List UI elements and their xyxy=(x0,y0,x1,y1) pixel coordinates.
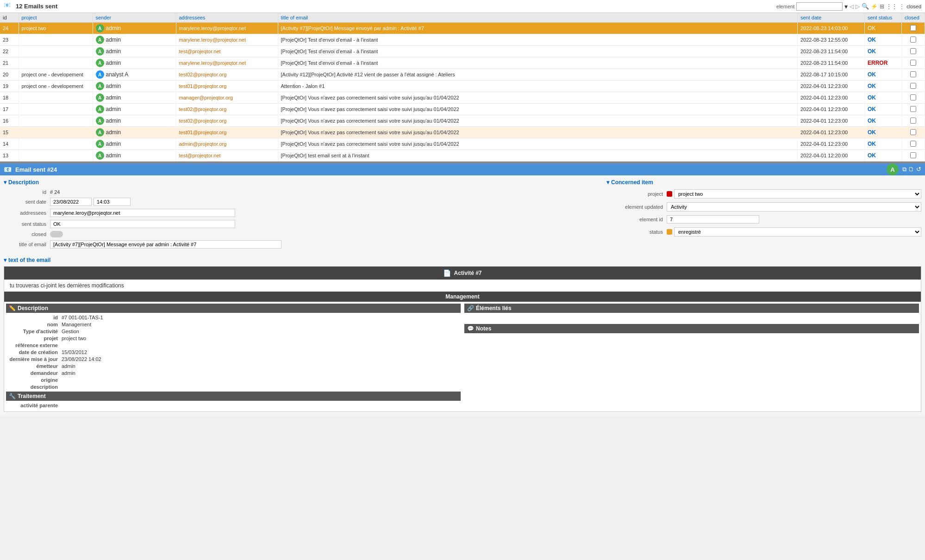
closed-checkbox[interactable] xyxy=(910,83,916,89)
element-label: element xyxy=(776,4,794,9)
description-section-title: Description xyxy=(4,179,601,186)
cell-sent-status: OK xyxy=(865,127,902,138)
settings-icon[interactable]: ⋮⋮ xyxy=(886,3,897,10)
detail-ref-row: référence externe xyxy=(6,342,461,348)
addressees-input[interactable] xyxy=(50,209,235,217)
cell-sent-date: 2022-04-01 12:23:00 xyxy=(798,81,865,92)
detail-id-row: id #7 001-001-TAS-1 xyxy=(6,315,461,320)
title-input[interactable] xyxy=(50,240,281,249)
detail-last-update-value: 23/08/2022 14:02 xyxy=(62,356,101,362)
new-icon[interactable]: 🗋 xyxy=(908,166,914,173)
col-sent-date[interactable]: sent date xyxy=(798,13,865,23)
cell-sender: A analyst A xyxy=(93,69,176,81)
table-row[interactable]: 24 project two A admin marylene.leroy@pr… xyxy=(0,23,925,34)
detail-activite-parente-row: activité parente xyxy=(6,403,461,408)
cell-id: 17 xyxy=(0,104,19,115)
sent-status-input[interactable] xyxy=(50,220,235,228)
project-select[interactable]: project two xyxy=(674,189,921,199)
closed-checkbox[interactable] xyxy=(910,48,916,54)
filter2-icon[interactable]: ⚡ xyxy=(871,3,878,10)
table-row[interactable]: 20 project one - developement A analyst … xyxy=(0,69,925,81)
copy-icon[interactable]: ⧉ xyxy=(902,166,906,173)
detail-type-label: Type d'activité xyxy=(6,329,62,334)
more-icon[interactable]: ⋮ xyxy=(899,3,905,10)
prev-icon[interactable]: ◁ xyxy=(850,3,854,10)
closed-checkbox[interactable] xyxy=(910,94,916,100)
col-addressees[interactable]: addressees xyxy=(176,13,278,23)
detail-demandeur-row: demandeur admin xyxy=(6,370,461,376)
closed-toggle[interactable] xyxy=(50,231,63,237)
col-id[interactable]: id xyxy=(0,13,19,23)
cell-id: 24 xyxy=(0,23,19,34)
cell-sent-date: 2022-04-01 12:23:00 xyxy=(798,92,865,104)
closed-checkbox[interactable] xyxy=(910,71,916,77)
email-table-area: id project sender addressees title of em… xyxy=(0,13,925,162)
closed-checkbox[interactable] xyxy=(910,25,916,31)
detail-type-value: Gestion xyxy=(62,329,79,334)
cell-closed xyxy=(902,69,925,81)
sent-status-label: sent status xyxy=(4,221,50,227)
refresh-icon[interactable]: ↺ xyxy=(916,166,921,173)
closed-checkbox[interactable] xyxy=(910,37,916,43)
element-input[interactable] xyxy=(796,2,843,11)
detail-description-label: description xyxy=(6,384,62,390)
col-title[interactable]: title of email xyxy=(278,13,798,23)
table-row[interactable]: 15 A admin test01@projeqtor.org [ProjeQt… xyxy=(0,127,925,138)
next-icon[interactable]: ▷ xyxy=(856,3,860,10)
element-updated-select[interactable]: Activity xyxy=(667,202,921,212)
cell-id: 21 xyxy=(0,57,19,69)
closed-checkbox[interactable] xyxy=(910,141,916,147)
cell-addressees: test01@projeqtor.org xyxy=(176,81,278,92)
cell-sender: A admin xyxy=(93,34,176,46)
table-row[interactable]: 23 A admin marylene.leroy@projeqtor.net … xyxy=(0,34,925,46)
panel-title: Email sent #24 xyxy=(15,166,451,173)
filter-icon[interactable]: 🔍 xyxy=(862,3,869,10)
cell-title: [ProjeQtOr] Test d'envoi d'email - à l'i… xyxy=(278,57,798,69)
col-sent-status[interactable]: sent status xyxy=(865,13,902,23)
table-row[interactable]: 13 A admin test@projeqtor.net [ProjeQtOr… xyxy=(0,150,925,162)
cell-sent-date: 2022-08-17 10:15:00 xyxy=(798,69,865,81)
cell-sender: A admin xyxy=(93,138,176,150)
columns-icon[interactable]: ⊞ xyxy=(880,3,884,10)
cell-title: [ProjeQtOr] Vous n'avez pas correctement… xyxy=(278,92,798,104)
traitement-icon: 🔧 xyxy=(9,393,16,399)
col-closed[interactable]: closed xyxy=(902,13,925,23)
detail-type-row: Type d'activité Gestion xyxy=(6,329,461,334)
cell-addressees: test02@projeqtor.org xyxy=(176,115,278,127)
id-value: # 24 xyxy=(50,189,60,195)
sent-time-input[interactable] xyxy=(94,198,131,206)
cell-project xyxy=(19,34,93,46)
header-right: element ▾ ◁ ▷ 🔍 ⚡ ⊞ ⋮⋮ ⋮ closed xyxy=(776,2,921,11)
table-row[interactable]: 14 A admin admin@projeqtor.org [ProjeQtO… xyxy=(0,138,925,150)
table-row[interactable]: 21 A admin marylene.leroy@projeqtor.net … xyxy=(0,57,925,69)
status-select[interactable]: enregistré xyxy=(674,227,921,236)
table-row[interactable]: 16 A admin test02@projeqtor.org [ProjeQt… xyxy=(0,115,925,127)
cell-title: [ProjeQtOr] Vous n'avez pas correctement… xyxy=(278,127,798,138)
cell-project: project one - developement xyxy=(19,81,93,92)
table-row[interactable]: 19 project one - developement A admin te… xyxy=(0,81,925,92)
dropdown-icon[interactable]: ▾ xyxy=(844,3,848,10)
cell-sender: A admin xyxy=(93,150,176,162)
element-id-input[interactable] xyxy=(667,215,759,224)
detail-last-update-label: dernière mise à jour xyxy=(6,356,62,362)
closed-checkbox[interactable] xyxy=(910,129,916,135)
closed-header-label: closed xyxy=(906,4,921,9)
detail-body: Description id # 24 sent date addressees… xyxy=(0,175,925,255)
closed-checkbox[interactable] xyxy=(910,60,916,66)
col-sender[interactable]: sender xyxy=(93,13,176,23)
cell-id: 13 xyxy=(0,150,19,162)
closed-checkbox[interactable] xyxy=(910,118,916,124)
cell-addressees: test01@projeqtor.org xyxy=(176,127,278,138)
closed-checkbox[interactable] xyxy=(910,152,916,158)
cell-id: 22 xyxy=(0,46,19,57)
table-row[interactable]: 18 A admin manager@projeqtor.org [ProjeQ… xyxy=(0,92,925,104)
closed-checkbox[interactable] xyxy=(910,106,916,112)
table-row[interactable]: 22 A admin test@projeqtor.net [ProjeQtOr… xyxy=(0,46,925,57)
email-body-header: text of the email xyxy=(4,257,921,263)
cell-project xyxy=(19,57,93,69)
notes-icon: 💬 xyxy=(467,325,474,332)
table-row[interactable]: 17 A admin test02@projeqtor.org [ProjeQt… xyxy=(0,104,925,115)
detail-header: 📧 Email sent #24 A ⧉ 🗋 ↺ xyxy=(0,163,925,175)
sent-date-input[interactable] xyxy=(50,198,92,206)
col-project[interactable]: project xyxy=(19,13,93,23)
